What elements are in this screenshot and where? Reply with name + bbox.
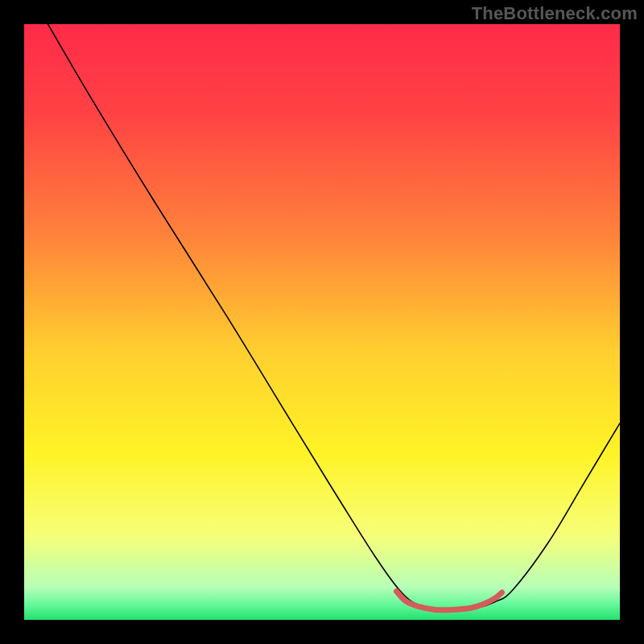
chart-svg: [24, 24, 620, 620]
chart-background: [24, 24, 620, 620]
watermark-text: TheBottleneck.com: [472, 3, 638, 24]
chart-frame: TheBottleneck.com: [0, 0, 644, 644]
chart-plot-area: [24, 24, 620, 620]
